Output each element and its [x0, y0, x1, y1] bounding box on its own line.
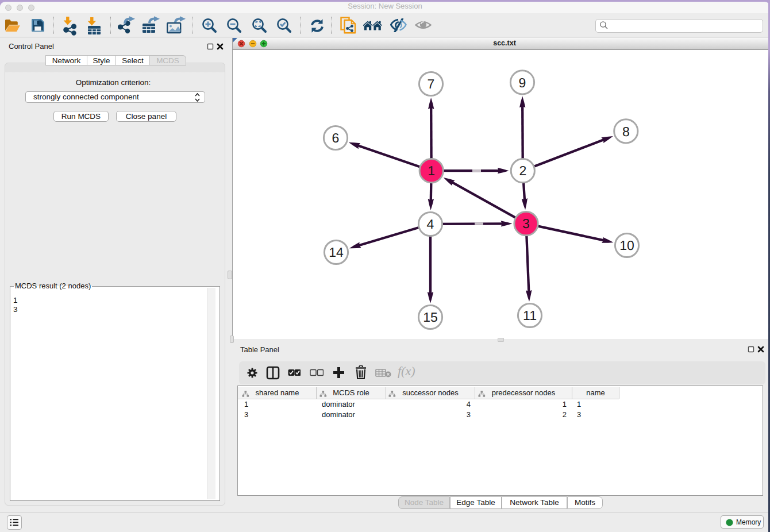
- svg-text:1: 1: [428, 163, 435, 178]
- svg-text:10: 10: [619, 238, 634, 253]
- svg-text:8: 8: [622, 124, 630, 139]
- svg-text:11: 11: [523, 308, 537, 323]
- svg-text:2: 2: [519, 163, 526, 178]
- svg-text:6: 6: [332, 130, 340, 145]
- svg-text:3: 3: [522, 216, 530, 231]
- svg-text:9: 9: [519, 75, 526, 90]
- svg-text:14: 14: [329, 245, 344, 260]
- svg-text:4: 4: [427, 217, 434, 232]
- svg-text:7: 7: [428, 76, 435, 91]
- svg-text:15: 15: [423, 310, 438, 325]
